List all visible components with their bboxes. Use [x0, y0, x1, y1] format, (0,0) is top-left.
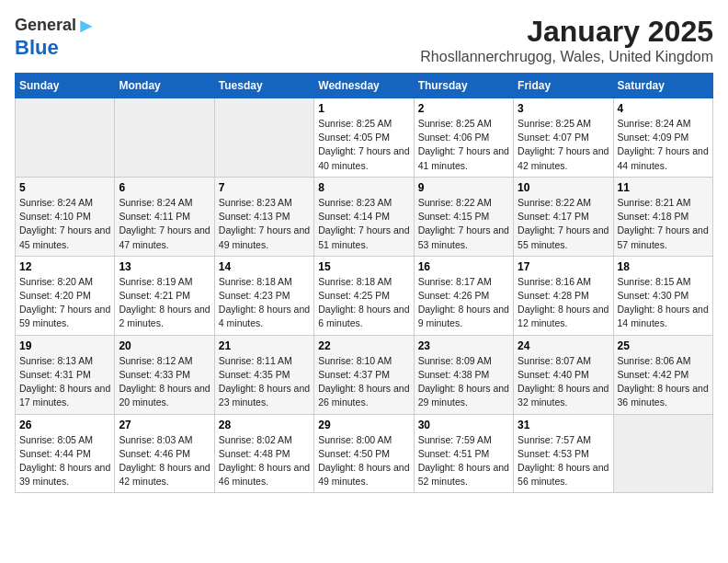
calendar-cell — [214, 98, 313, 178]
calendar-cell: 7Sunrise: 8:23 AM Sunset: 4:13 PM Daylig… — [214, 177, 313, 256]
calendar-cell — [115, 98, 214, 178]
calendar-header-saturday: Saturday — [613, 74, 712, 98]
day-number: 22 — [318, 339, 409, 352]
calendar-cell: 3Sunrise: 8:25 AM Sunset: 4:07 PM Daylig… — [514, 98, 613, 178]
calendar-cell: 20Sunrise: 8:12 AM Sunset: 4:33 PM Dayli… — [115, 335, 214, 414]
day-number: 3 — [518, 102, 609, 115]
day-info: Sunrise: 7:57 AM Sunset: 4:53 PM Dayligh… — [518, 433, 609, 489]
day-number: 6 — [119, 181, 210, 194]
day-info: Sunrise: 8:09 AM Sunset: 4:38 PM Dayligh… — [418, 354, 509, 410]
calendar-cell: 6Sunrise: 8:24 AM Sunset: 4:11 PM Daylig… — [115, 177, 214, 256]
day-number: 19 — [19, 339, 110, 352]
day-info: Sunrise: 8:18 AM Sunset: 4:23 PM Dayligh… — [219, 275, 310, 331]
day-info: Sunrise: 8:25 AM Sunset: 4:05 PM Dayligh… — [318, 117, 409, 173]
day-number: 4 — [618, 102, 709, 115]
day-info: Sunrise: 8:11 AM Sunset: 4:35 PM Dayligh… — [219, 354, 310, 410]
month-title: January 2025 — [420, 15, 713, 49]
day-number: 21 — [219, 339, 310, 352]
calendar-cell: 23Sunrise: 8:09 AM Sunset: 4:38 PM Dayli… — [414, 335, 513, 414]
day-number: 5 — [19, 181, 110, 194]
day-number: 30 — [418, 419, 509, 431]
logo-blue: Blue — [15, 36, 59, 59]
calendar-cell: 19Sunrise: 8:13 AM Sunset: 4:31 PM Dayli… — [16, 335, 115, 414]
calendar-cell: 5Sunrise: 8:24 AM Sunset: 4:10 PM Daylig… — [16, 177, 115, 256]
day-info: Sunrise: 8:24 AM Sunset: 4:10 PM Dayligh… — [19, 196, 110, 252]
logo-general: General — [15, 16, 76, 34]
day-number: 31 — [518, 419, 609, 431]
day-info: Sunrise: 8:06 AM Sunset: 4:42 PM Dayligh… — [618, 354, 709, 410]
day-number: 12 — [19, 260, 110, 273]
calendar-header-thursday: Thursday — [414, 74, 513, 98]
calendar-header-wednesday: Wednesday — [314, 74, 414, 98]
day-number: 10 — [518, 181, 609, 194]
day-info: Sunrise: 8:24 AM Sunset: 4:11 PM Dayligh… — [119, 196, 210, 252]
calendar-cell: 28Sunrise: 8:02 AM Sunset: 4:48 PM Dayli… — [214, 414, 313, 493]
day-number: 2 — [418, 102, 509, 115]
day-info: Sunrise: 8:20 AM Sunset: 4:20 PM Dayligh… — [19, 275, 110, 331]
day-info: Sunrise: 8:23 AM Sunset: 4:13 PM Dayligh… — [219, 196, 310, 252]
calendar-cell: 29Sunrise: 8:00 AM Sunset: 4:50 PM Dayli… — [314, 414, 414, 493]
day-info: Sunrise: 8:15 AM Sunset: 4:30 PM Dayligh… — [618, 275, 709, 331]
calendar-cell: 25Sunrise: 8:06 AM Sunset: 4:42 PM Dayli… — [613, 335, 712, 414]
calendar-cell: 24Sunrise: 8:07 AM Sunset: 4:40 PM Dayli… — [514, 335, 613, 414]
day-number: 11 — [618, 181, 709, 194]
day-number: 1 — [318, 102, 409, 115]
day-info: Sunrise: 8:03 AM Sunset: 4:46 PM Dayligh… — [119, 433, 210, 489]
calendar-cell: 14Sunrise: 8:18 AM Sunset: 4:23 PM Dayli… — [214, 256, 313, 335]
calendar-cell: 11Sunrise: 8:21 AM Sunset: 4:18 PM Dayli… — [613, 177, 712, 256]
day-number: 13 — [119, 260, 210, 273]
calendar-header-tuesday: Tuesday — [214, 74, 313, 98]
day-info: Sunrise: 8:24 AM Sunset: 4:09 PM Dayligh… — [618, 117, 709, 173]
day-number: 18 — [618, 260, 709, 273]
day-info: Sunrise: 8:22 AM Sunset: 4:17 PM Dayligh… — [518, 196, 609, 252]
calendar-cell: 16Sunrise: 8:17 AM Sunset: 4:26 PM Dayli… — [414, 256, 513, 335]
day-info: Sunrise: 8:23 AM Sunset: 4:14 PM Dayligh… — [318, 196, 409, 252]
calendar-cell: 1Sunrise: 8:25 AM Sunset: 4:05 PM Daylig… — [314, 98, 414, 178]
day-number: 23 — [418, 339, 509, 352]
logo: General► Blue — [15, 15, 97, 59]
logo-text: General► — [15, 15, 97, 37]
day-info: Sunrise: 8:19 AM Sunset: 4:21 PM Dayligh… — [119, 275, 210, 331]
day-info: Sunrise: 8:21 AM Sunset: 4:18 PM Dayligh… — [618, 196, 709, 252]
calendar-week-row: 12Sunrise: 8:20 AM Sunset: 4:20 PM Dayli… — [16, 256, 713, 335]
calendar-cell: 13Sunrise: 8:19 AM Sunset: 4:21 PM Dayli… — [115, 256, 214, 335]
calendar-cell: 12Sunrise: 8:20 AM Sunset: 4:20 PM Dayli… — [16, 256, 115, 335]
calendar-header-friday: Friday — [514, 74, 613, 98]
day-number: 8 — [318, 181, 409, 194]
calendar-cell: 22Sunrise: 8:10 AM Sunset: 4:37 PM Dayli… — [314, 335, 414, 414]
day-number: 15 — [318, 260, 409, 273]
calendar-week-row: 26Sunrise: 8:05 AM Sunset: 4:44 PM Dayli… — [16, 414, 713, 493]
day-number: 9 — [418, 181, 509, 194]
calendar-cell: 8Sunrise: 8:23 AM Sunset: 4:14 PM Daylig… — [314, 177, 414, 256]
calendar-cell: 30Sunrise: 7:59 AM Sunset: 4:51 PM Dayli… — [414, 414, 513, 493]
day-number: 7 — [219, 181, 310, 194]
title-area: January 2025 Rhosllannerchrugog, Wales, … — [420, 15, 713, 65]
day-info: Sunrise: 8:22 AM Sunset: 4:15 PM Dayligh… — [418, 196, 509, 252]
calendar-table: SundayMondayTuesdayWednesdayThursdayFrid… — [15, 73, 713, 493]
day-number: 20 — [119, 339, 210, 352]
day-number: 17 — [518, 260, 609, 273]
day-number: 25 — [618, 339, 709, 352]
calendar-cell: 27Sunrise: 8:03 AM Sunset: 4:46 PM Dayli… — [115, 414, 214, 493]
calendar-cell: 2Sunrise: 8:25 AM Sunset: 4:06 PM Daylig… — [414, 98, 513, 178]
day-info: Sunrise: 8:07 AM Sunset: 4:40 PM Dayligh… — [518, 354, 609, 410]
calendar-cell: 17Sunrise: 8:16 AM Sunset: 4:28 PM Dayli… — [514, 256, 613, 335]
calendar-week-row: 1Sunrise: 8:25 AM Sunset: 4:05 PM Daylig… — [16, 98, 713, 178]
day-info: Sunrise: 8:12 AM Sunset: 4:33 PM Dayligh… — [119, 354, 210, 410]
day-info: Sunrise: 8:18 AM Sunset: 4:25 PM Dayligh… — [318, 275, 409, 331]
calendar-cell: 31Sunrise: 7:57 AM Sunset: 4:53 PM Dayli… — [514, 414, 613, 493]
calendar-week-row: 19Sunrise: 8:13 AM Sunset: 4:31 PM Dayli… — [16, 335, 713, 414]
day-info: Sunrise: 8:16 AM Sunset: 4:28 PM Dayligh… — [518, 275, 609, 331]
calendar-week-row: 5Sunrise: 8:24 AM Sunset: 4:10 PM Daylig… — [16, 177, 713, 256]
day-info: Sunrise: 8:13 AM Sunset: 4:31 PM Dayligh… — [19, 354, 110, 410]
day-number: 28 — [219, 419, 310, 431]
day-number: 24 — [518, 339, 609, 352]
day-info: Sunrise: 8:25 AM Sunset: 4:06 PM Dayligh… — [418, 117, 509, 173]
calendar-cell: 15Sunrise: 8:18 AM Sunset: 4:25 PM Dayli… — [314, 256, 414, 335]
calendar-cell — [613, 414, 712, 493]
day-info: Sunrise: 8:17 AM Sunset: 4:26 PM Dayligh… — [418, 275, 509, 331]
day-number: 14 — [219, 260, 310, 273]
calendar-cell — [16, 98, 115, 178]
day-number: 16 — [418, 260, 509, 273]
day-info: Sunrise: 8:25 AM Sunset: 4:07 PM Dayligh… — [518, 117, 609, 173]
